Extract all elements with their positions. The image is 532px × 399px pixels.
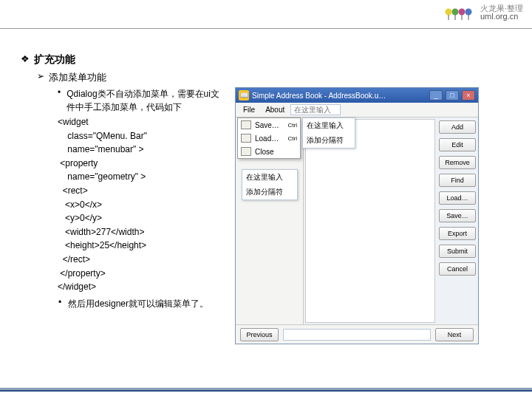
dot-bullet-icon: • (58, 87, 61, 114)
menubar: File About (236, 103, 478, 117)
submit-button[interactable]: Submit (439, 245, 476, 258)
code-block: <widget class="QMenu. Bar" name="menubar… (58, 115, 226, 294)
code-line: name="geometry" > (58, 170, 226, 184)
bullet-1-text: Qdialog类不自动添加菜单，需要在ui文件中手工添加菜单，代码如下 (66, 87, 226, 114)
load-button[interactable]: Load… (439, 191, 476, 205)
code-line: class="QMenu. Bar" (58, 129, 226, 143)
right-panel: Add Edit Remove Find Load… Save… Export … (437, 117, 478, 324)
maximize-button[interactable]: □ (446, 90, 459, 100)
file-dropdown: Save… Ctrl Load… Ctrl Close (237, 117, 301, 159)
dd-side-panel: 在这里输入 添加分隔符 (302, 117, 355, 149)
close-icon (241, 147, 251, 156)
nav-field[interactable] (283, 329, 431, 341)
sp-input-here[interactable]: 在这里输入 (242, 170, 297, 185)
dd-side-sep[interactable]: 添加分隔符 (303, 133, 355, 148)
code-line: <widget (58, 115, 226, 129)
app-icon: 📖 (239, 90, 249, 100)
edit-button[interactable]: Edit (439, 138, 476, 151)
brand-text: 火龙果·整理 uml.org.cn (480, 4, 523, 21)
dd-load[interactable]: Load… Ctrl (238, 132, 300, 145)
save-button[interactable]: Save… (439, 209, 476, 222)
remove-button[interactable]: Remove (439, 156, 476, 169)
menu-file[interactable]: File (239, 104, 259, 115)
code-line: <x>0</x> (58, 198, 226, 212)
footer-rule (0, 388, 532, 392)
diamond-bullet-icon: ❖ (21, 53, 30, 66)
dd-side-input[interactable]: 在这里输入 (303, 118, 355, 133)
app-window: 📖 Simple Address Book - AddressBook.u… _… (235, 87, 479, 344)
dd-save-accel: Ctrl (288, 122, 297, 129)
bottom-bar: Previous Next (236, 324, 478, 344)
code-line: <y>0</y> (58, 211, 226, 225)
menu-input[interactable] (290, 104, 341, 115)
code-line: </rect> (58, 253, 226, 267)
code-line: name="menubar" > (58, 143, 226, 157)
brand-logo (443, 4, 476, 21)
l2-title: 添加菜单功能 (49, 71, 106, 84)
dd-save[interactable]: Save… Ctrl (238, 118, 300, 132)
dd-save-label: Save… (255, 121, 284, 129)
code-line: <property (58, 157, 226, 171)
svg-point-2 (458, 9, 465, 16)
window-title: Simple Address Book - AddressBook.u… (252, 92, 426, 100)
titlebar: 📖 Simple Address Book - AddressBook.u… _… (236, 88, 478, 103)
export-button[interactable]: Export (439, 227, 476, 240)
dd-load-label: Load… (255, 134, 284, 143)
cancel-button[interactable]: Cancel (439, 262, 476, 276)
designer-subpanel: 在这里输入 添加分隔符 (242, 169, 298, 200)
prev-button[interactable]: Previous (240, 328, 279, 341)
sp-add-separator[interactable]: 添加分隔符 (242, 185, 297, 200)
add-button[interactable]: Add (439, 120, 476, 134)
arrow-bullet-icon: ➢ (37, 71, 44, 84)
l1-title: 扩充功能 (34, 53, 75, 66)
bullet-2-text: 然后用designer就可以编辑菜单了。 (68, 297, 208, 310)
next-button[interactable]: Next (435, 328, 474, 341)
dd-close-label: Close (255, 148, 297, 156)
center-panel (305, 119, 435, 323)
dd-close[interactable]: Close (238, 145, 300, 158)
outline-l1: ❖ 扩充功能 (21, 53, 525, 66)
code-line: </property> (58, 267, 226, 281)
code-line: <height>25</height> (58, 239, 226, 253)
code-line: </widget> (58, 280, 226, 294)
code-line: <width>277</width> (58, 225, 226, 239)
svg-point-0 (445, 9, 451, 16)
brand-block: 火龙果·整理 uml.org.cn (443, 4, 523, 21)
left-panel: Save… Ctrl Load… Ctrl Close (236, 117, 304, 324)
find-button[interactable]: Find (439, 174, 476, 187)
load-icon (241, 134, 251, 143)
svg-point-1 (451, 9, 458, 16)
left-column: • Qdialog类不自动添加菜单，需要在ui文件中手工添加菜单，代码如下 <w… (58, 87, 226, 344)
header-rule (0, 28, 532, 29)
menu-about[interactable]: About (261, 104, 289, 115)
close-button[interactable]: × (462, 90, 475, 100)
code-line: <rect> (58, 184, 226, 198)
minimize-button[interactable]: _ (429, 90, 443, 100)
svg-point-3 (465, 9, 471, 16)
save-icon (241, 120, 251, 129)
dd-load-accel: Ctrl (288, 135, 297, 142)
outline-l2: ➢ 添加菜单功能 (37, 71, 525, 84)
brand-url: uml.org.cn (480, 12, 518, 21)
dot-bullet-icon: • (58, 297, 62, 310)
slide-content: ❖ 扩充功能 ➢ 添加菜单功能 • Qdialog类不自动添加菜单，需要在ui文… (21, 53, 525, 344)
app-body: Save… Ctrl Load… Ctrl Close (236, 117, 478, 324)
